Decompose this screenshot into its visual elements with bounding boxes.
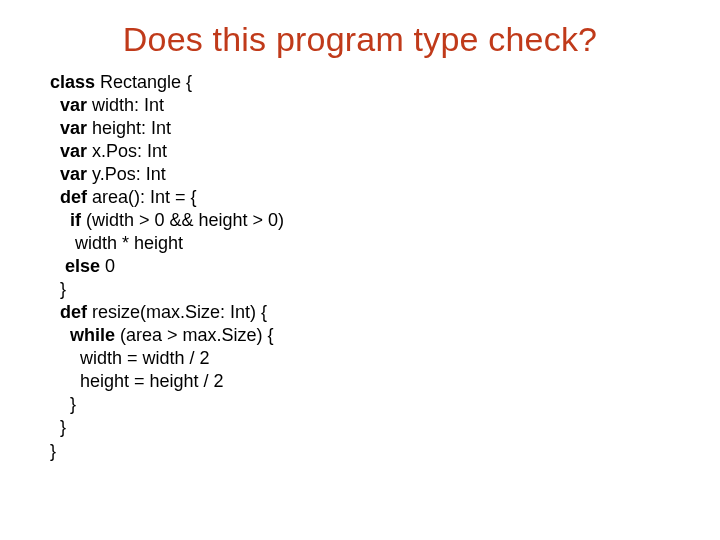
kw-if: if	[50, 210, 81, 230]
kw-def: def	[50, 302, 87, 322]
code-text: width * height	[50, 233, 183, 253]
code-text: resize(max.Size: Int) {	[87, 302, 267, 322]
slide-title: Does this program type check?	[0, 0, 720, 71]
code-text: area(): Int = {	[87, 187, 197, 207]
kw-def: def	[50, 187, 87, 207]
code-text: Rectangle {	[95, 72, 192, 92]
kw-while: while	[50, 325, 115, 345]
slide: Does this program type check? class Rect…	[0, 0, 720, 540]
kw-var: var	[50, 118, 87, 138]
code-text: height = height / 2	[50, 371, 224, 391]
code-text: 0	[100, 256, 115, 276]
code-text: (width > 0 && height > 0)	[81, 210, 284, 230]
code-text: (area > max.Size) {	[115, 325, 274, 345]
code-text: x.Pos: Int	[87, 141, 167, 161]
kw-else: else	[50, 256, 100, 276]
kw-class: class	[50, 72, 95, 92]
code-text: width = width / 2	[50, 348, 210, 368]
kw-var: var	[50, 141, 87, 161]
kw-var: var	[50, 164, 87, 184]
kw-var: var	[50, 95, 87, 115]
code-text: }	[50, 417, 66, 437]
code-text: }	[50, 394, 76, 414]
code-text: height: Int	[87, 118, 171, 138]
code-text: y.Pos: Int	[87, 164, 166, 184]
code-text: }	[50, 279, 66, 299]
code-text: width: Int	[87, 95, 164, 115]
code-block: class Rectangle { var width: Int var hei…	[50, 71, 720, 463]
code-text: }	[50, 441, 56, 461]
